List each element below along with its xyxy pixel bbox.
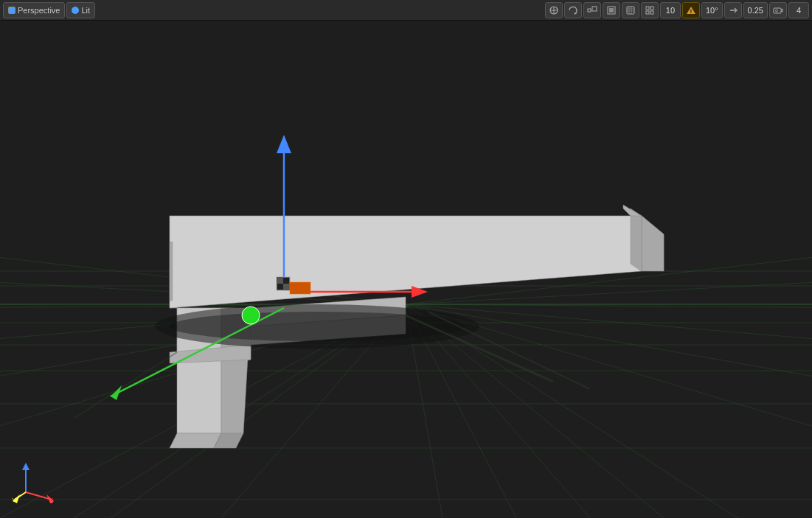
surface-snap-icon[interactable] [622,2,639,18]
svg-text:!: ! [690,9,692,14]
snap-to-icon[interactable] [724,2,742,18]
svg-rect-16 [650,11,653,14]
scene-svg [0,21,812,518]
lit-dot [72,7,79,14]
svg-rect-13 [646,7,649,10]
svg-point-70 [170,312,465,341]
svg-rect-3 [588,9,591,12]
translate-icon[interactable] [545,2,563,18]
perspective-button[interactable]: Perspective [3,2,65,18]
svg-marker-86 [22,463,30,470]
lod-value[interactable]: 4 [788,2,809,18]
lit-label: Lit [81,6,90,15]
svg-rect-15 [646,11,649,14]
snap-value[interactable]: 10 [660,2,681,18]
grid-snap-icon[interactable] [641,2,659,18]
svg-rect-82 [277,277,283,284]
svg-rect-83 [283,284,290,290]
mode-icon[interactable] [603,2,620,18]
svg-rect-19 [774,8,781,13]
rotate-icon[interactable] [564,2,582,18]
axis-indicator: X Y [11,459,55,503]
toolbar: Perspective Lit [0,0,812,21]
lit-button[interactable]: Lit [66,2,95,18]
svg-rect-8 [627,7,634,14]
axis-x-label: X [49,497,54,503]
axis-y-label: Y [12,497,16,503]
viewport[interactable]: X Y [0,21,812,518]
svg-rect-84 [290,282,310,294]
svg-rect-65 [170,242,173,301]
svg-rect-14 [650,7,653,10]
toolbar-right: 10 ! 10° 0.25 4 [545,2,809,18]
svg-marker-58 [631,209,642,271]
camera-icon[interactable] [769,2,787,18]
svg-rect-4 [592,7,597,11]
svg-point-76 [242,307,260,324]
svg-rect-7 [609,8,614,13]
svg-marker-62 [170,433,221,448]
perspective-label: Perspective [18,6,60,15]
svg-point-20 [776,10,778,12]
warning-icon: ! [682,2,700,18]
scale-icon[interactable] [583,2,601,18]
perspective-dot [8,7,15,14]
scale-value[interactable]: 0.25 [743,2,768,18]
angle-value[interactable]: 10° [701,2,723,18]
